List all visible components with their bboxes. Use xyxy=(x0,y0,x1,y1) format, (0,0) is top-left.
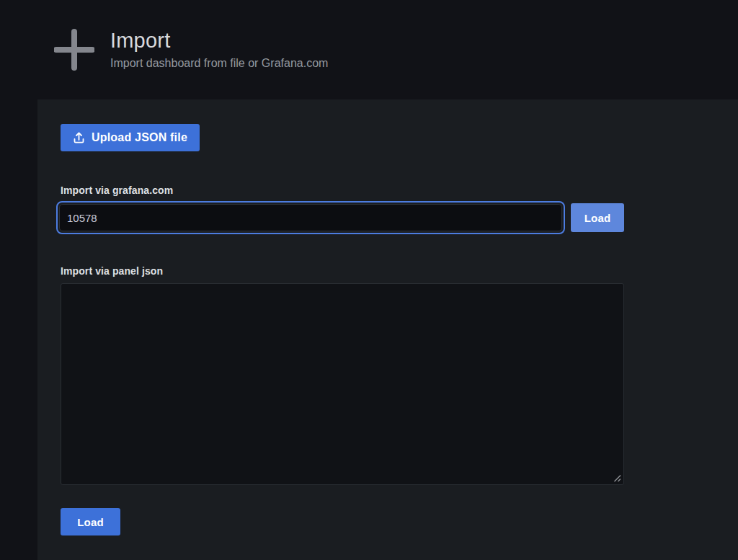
upload-icon xyxy=(73,131,85,144)
import-content-panel: Upload JSON file Import via grafana.com … xyxy=(37,99,738,560)
import-form: Upload JSON file Import via grafana.com … xyxy=(61,124,624,535)
page-title: Import xyxy=(110,30,328,53)
panel-json-textarea-wrap xyxy=(61,283,624,485)
gcom-load-button[interactable]: Load xyxy=(571,203,624,232)
gcom-input-row: Load xyxy=(61,201,624,234)
plus-icon xyxy=(54,29,94,71)
gcom-dashboard-id-input[interactable] xyxy=(59,204,562,231)
panel-json-field-label: Import via panel json xyxy=(61,265,624,277)
upload-json-file-button[interactable]: Upload JSON file xyxy=(61,124,200,151)
title-block: Import Import dashboard from file or Gra… xyxy=(110,30,328,71)
panel-json-load-button[interactable]: Load xyxy=(61,508,120,535)
page-subtitle: Import dashboard from file or Grafana.co… xyxy=(110,57,328,70)
panel-json-textarea[interactable] xyxy=(61,283,624,485)
gcom-field-label: Import via grafana.com xyxy=(61,185,624,196)
upload-button-label: Upload JSON file xyxy=(92,131,187,144)
page-header: Import Import dashboard from file or Gra… xyxy=(0,0,738,99)
gcom-input-focus-ring xyxy=(56,201,565,234)
